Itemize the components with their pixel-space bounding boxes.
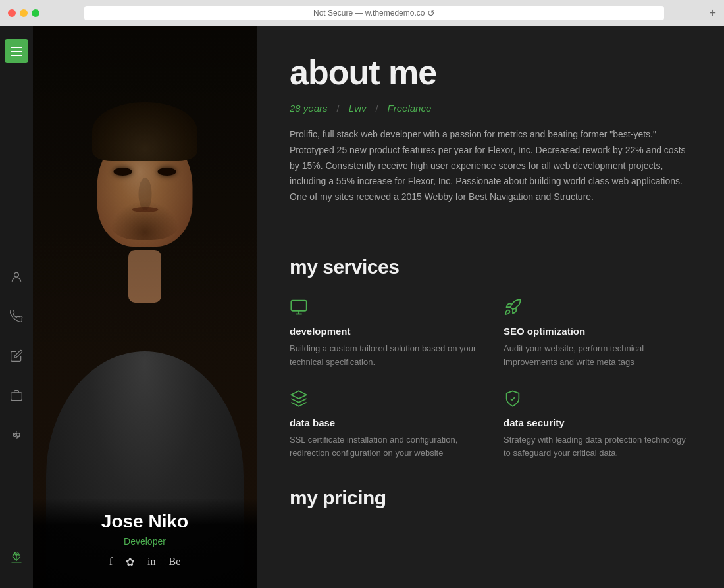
service-database-desc: SSL certificate installation and configu…: [290, 433, 477, 461]
services-grid: development Building a custom tailored s…: [290, 298, 691, 460]
about-location: Lviv: [349, 103, 367, 114]
pricing-section: my pricing: [290, 487, 691, 509]
top-overlay: [33, 26, 257, 363]
behance-icon[interactable]: Be: [169, 556, 181, 568]
minimize-button[interactable]: [20, 9, 28, 17]
svg-rect-5: [291, 300, 306, 310]
service-database: data base SSL certificate installation a…: [290, 389, 477, 461]
profile-card: Jose Niko Developer f ✿ in Be: [33, 26, 257, 588]
rocket-icon: [504, 298, 691, 319]
sidebar-item-download[interactable]: [7, 549, 26, 568]
menu-line: [11, 47, 22, 48]
about-section: about me 28 years / Lviv / Freelance Pro…: [290, 53, 691, 205]
close-button[interactable]: [8, 9, 16, 17]
profile-info: Jose Niko Developer f ✿ in Be: [33, 498, 257, 588]
divider-1: /: [337, 103, 340, 114]
service-development: development Building a custom tailored s…: [290, 298, 477, 370]
service-database-name: data base: [290, 417, 477, 428]
about-age: 28 years: [290, 103, 328, 114]
new-tab-button[interactable]: +: [709, 7, 716, 20]
svg-line-10: [512, 397, 515, 400]
sidebar-item-services[interactable]: [7, 425, 26, 445]
svg-marker-8: [291, 391, 306, 399]
about-meta: 28 years / Lviv / Freelance: [290, 103, 691, 114]
profile-name: Jose Niko: [46, 511, 244, 532]
dribbble-icon[interactable]: ✿: [126, 556, 134, 568]
section-divider: [290, 232, 691, 232]
sidebar-item-contact[interactable]: [7, 306, 26, 326]
layers-icon: [290, 389, 477, 410]
pricing-title: my pricing: [290, 487, 691, 509]
maximize-button[interactable]: [32, 9, 39, 17]
service-security-name: data security: [504, 417, 691, 428]
sidebar-item-profile[interactable]: [7, 267, 26, 287]
linkedin-icon[interactable]: in: [147, 556, 155, 568]
about-title: about me: [290, 53, 691, 92]
service-development-name: development: [290, 326, 477, 337]
url-text: Not Secure — w.themedemo.co: [313, 9, 425, 18]
browser-chrome: Not Secure — w.themedemo.co ↺ +: [0, 0, 724, 26]
traffic-lights: [8, 9, 39, 17]
social-icons: f ✿ in Be: [46, 556, 244, 568]
service-security-desc: Strategy with leading data protection te…: [504, 433, 691, 461]
facebook-icon[interactable]: f: [109, 556, 113, 568]
menu-line: [11, 51, 22, 52]
shield-icon: [504, 389, 691, 410]
service-development-desc: Building a custom tailored solution base…: [290, 342, 477, 370]
services-title: my services: [290, 256, 691, 278]
monitor-icon: [290, 298, 477, 319]
address-bar[interactable]: Not Secure — w.themedemo.co ↺: [84, 6, 664, 20]
sidebar: [0, 26, 33, 588]
profile-title: Developer: [46, 536, 244, 547]
sidebar-item-edit[interactable]: [7, 346, 26, 366]
svg-point-0: [14, 272, 19, 277]
about-status: Freelance: [388, 103, 432, 114]
service-security: data security Strategy with leading data…: [504, 389, 691, 461]
menu-line: [11, 55, 22, 56]
menu-button[interactable]: [5, 39, 28, 63]
sidebar-item-portfolio[interactable]: [7, 385, 26, 405]
main-container: Jose Niko Developer f ✿ in Be about me 2…: [0, 26, 724, 588]
service-seo-desc: Audit your website, perform technical im…: [504, 342, 691, 370]
content-area[interactable]: about me 28 years / Lviv / Freelance Pro…: [257, 26, 724, 588]
refresh-icon[interactable]: ↺: [427, 8, 435, 18]
service-seo-name: SEO optimization: [504, 326, 691, 337]
divider-2: /: [375, 103, 378, 114]
about-description: Prolific, full stack web developer with …: [290, 127, 691, 205]
service-seo: SEO optimization Audit your website, per…: [504, 298, 691, 370]
services-section: my services development Building a custo…: [290, 256, 691, 460]
svg-rect-1: [11, 393, 22, 401]
